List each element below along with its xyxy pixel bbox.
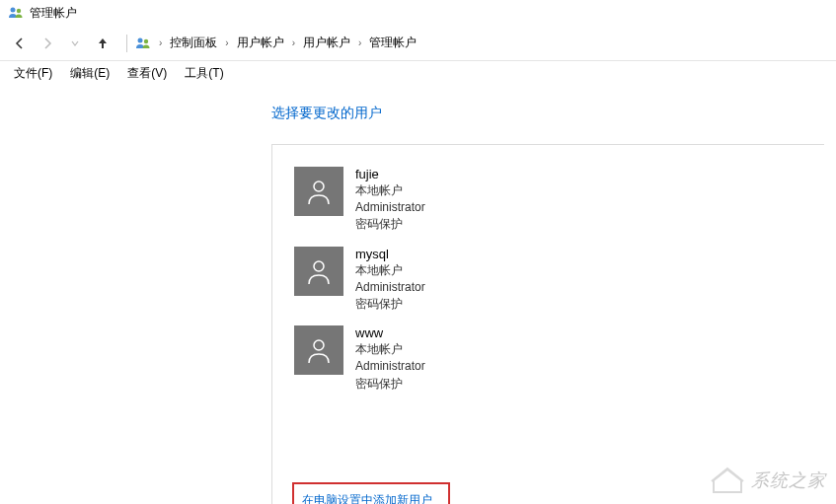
account-type: 本地帐户 — [355, 341, 425, 357]
nav-up-button[interactable] — [91, 32, 114, 55]
menu-view[interactable]: 查看(V) — [119, 62, 175, 85]
svg-point-0 — [11, 8, 16, 13]
breadcrumb: › 控制面板 › 用户帐户 › 用户帐户 › 管理帐户 — [135, 33, 828, 53]
window-title: 管理帐户 — [30, 5, 77, 22]
account-info: fujie 本地帐户 Administrator 密码保护 — [355, 167, 425, 233]
menu-tools[interactable]: 工具(T) — [177, 62, 231, 85]
account-protection: 密码保护 — [355, 216, 425, 232]
users-icon — [135, 36, 151, 51]
breadcrumb-item[interactable]: 控制面板 — [166, 33, 221, 53]
add-user-highlight: 在电脑设置中添加新用户 — [292, 482, 450, 504]
svg-point-2 — [138, 37, 143, 42]
house-icon — [710, 467, 745, 494]
breadcrumb-item[interactable]: 管理帐户 — [365, 33, 420, 53]
watermark: 系统之家 — [710, 467, 826, 494]
svg-point-5 — [314, 261, 324, 271]
account-protection: 密码保护 — [355, 376, 425, 392]
svg-point-4 — [314, 181, 324, 191]
svg-point-1 — [17, 9, 21, 13]
chevron-right-icon: › — [157, 37, 164, 48]
breadcrumb-item[interactable]: 用户帐户 — [299, 33, 354, 53]
account-role: Administrator — [355, 279, 425, 295]
accounts-panel: fujie 本地帐户 Administrator 密码保护 mysql 本地帐户 — [271, 144, 824, 504]
chevron-right-icon: › — [290, 37, 297, 48]
content-area: 选择要更改的用户 fujie 本地帐户 Administrator 密码保护 — [0, 85, 836, 504]
account-info: www 本地帐户 Administrator 密码保护 — [355, 325, 425, 392]
menu-file[interactable]: 文件(F) — [6, 62, 60, 85]
chevron-right-icon: › — [223, 37, 230, 48]
nav-back-button[interactable] — [8, 32, 32, 55]
menu-edit[interactable]: 编辑(E) — [62, 62, 117, 85]
navbar: › 控制面板 › 用户帐户 › 用户帐户 › 管理帐户 — [0, 26, 836, 61]
chevron-right-icon: › — [356, 37, 363, 48]
account-name: www — [355, 325, 425, 340]
account-name: mysql — [355, 247, 425, 261]
account-name: fujie — [355, 167, 425, 181]
titlebar: 管理帐户 — [0, 0, 836, 26]
accounts-grid: fujie 本地帐户 Administrator 密码保护 mysql 本地帐户 — [292, 165, 804, 394]
nav-separator — [126, 35, 127, 52]
avatar — [294, 247, 343, 296]
watermark-text: 系统之家 — [751, 468, 826, 492]
account-card[interactable]: mysql 本地帐户 Administrator 密码保护 — [292, 245, 529, 315]
svg-point-3 — [144, 38, 148, 42]
breadcrumb-item[interactable]: 用户帐户 — [233, 33, 288, 53]
account-type: 本地帐户 — [355, 262, 425, 278]
account-card[interactable]: fujie 本地帐户 Administrator 密码保护 — [292, 165, 529, 235]
menubar: 文件(F) 编辑(E) 查看(V) 工具(T) — [0, 61, 836, 85]
svg-point-6 — [314, 340, 324, 350]
account-protection: 密码保护 — [355, 296, 425, 312]
page-heading: 选择要更改的用户 — [271, 105, 836, 122]
add-user-link[interactable]: 在电脑设置中添加新用户 — [302, 493, 432, 504]
account-card[interactable]: www 本地帐户 Administrator 密码保护 — [292, 324, 529, 394]
avatar — [294, 167, 343, 216]
account-info: mysql 本地帐户 Administrator 密码保护 — [355, 247, 425, 313]
nav-forward-button[interactable] — [36, 32, 59, 55]
nav-recent-dropdown[interactable] — [63, 32, 87, 55]
account-role: Administrator — [355, 199, 425, 215]
avatar — [294, 325, 343, 375]
users-icon — [8, 5, 24, 21]
account-role: Administrator — [355, 358, 425, 374]
account-type: 本地帐户 — [355, 182, 425, 198]
